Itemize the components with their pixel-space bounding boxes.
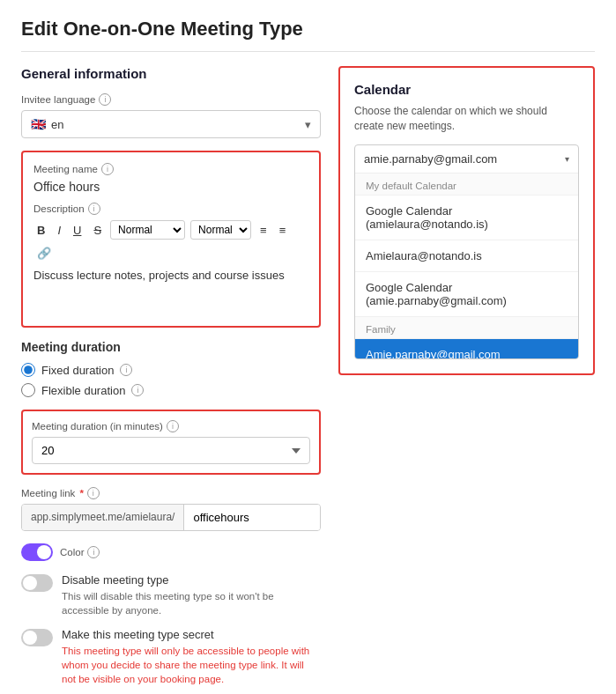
toggle-section: Disable meeting type This will disable t… <box>21 573 321 686</box>
calendar-option-4[interactable]: Amie.parnaby@gmail.com <box>355 339 578 358</box>
fixed-duration-info-icon[interactable]: i <box>120 364 132 376</box>
bold-button[interactable]: B <box>33 222 48 239</box>
disable-meeting-row: Disable meeting type This will disable t… <box>21 573 321 617</box>
calendar-selected-value: amie.parnaby@gmail.com <box>364 152 497 166</box>
calendar-title: Calendar <box>354 82 579 97</box>
ordered-list-button[interactable]: ≡ <box>276 222 290 239</box>
meeting-name-description-section: Meeting name i Description i B I U S Nor… <box>21 151 321 328</box>
duration-minutes-label: Meeting duration (in minutes) i <box>32 420 310 432</box>
calendar-box: Calendar Choose the calendar on which we… <box>338 66 595 375</box>
calendar-group-family: Family <box>355 317 578 339</box>
fixed-duration-radio[interactable] <box>21 363 35 377</box>
invitee-language-field: Invitee language i 🇬🇧 en <box>21 93 321 138</box>
underline-button[interactable]: U <box>70 222 85 239</box>
meeting-link-row: app.simplymeet.me/amielaura/ <box>21 504 321 531</box>
link-button[interactable]: 🔗 <box>33 245 55 262</box>
meeting-name-input[interactable] <box>33 180 308 194</box>
flexible-duration-radio[interactable] <box>21 383 35 397</box>
meeting-name-info-icon[interactable]: i <box>101 163 114 175</box>
format-select-2[interactable]: Normal Large Small <box>190 220 251 240</box>
calendar-option-2[interactable]: Amielaura@notando.is <box>355 240 578 272</box>
calendar-dropdown: My default Calendar Google Calendar (ami… <box>355 174 578 358</box>
format-select-1[interactable]: Normal Heading 1 Heading 2 <box>110 220 185 240</box>
secret-meeting-desc: This meeting type will only be accessibl… <box>62 644 321 686</box>
disable-meeting-desc: This will disable this meeting type so i… <box>62 589 321 617</box>
calendar-option-3[interactable]: Google Calendar (amie.parnaby@gmail.com) <box>355 272 578 317</box>
duration-minutes-select[interactable]: 20 15 30 45 60 <box>32 437 310 464</box>
flexible-duration-option[interactable]: Flexible duration i <box>21 383 321 397</box>
color-toggle[interactable] <box>21 543 53 561</box>
strikethrough-button[interactable]: S <box>90 222 105 239</box>
description-info-icon[interactable]: i <box>88 203 100 215</box>
general-section-title: General information <box>21 66 321 81</box>
page-title: Edit One-on-One Meeting Type <box>21 18 595 52</box>
color-section: Color i <box>21 543 321 561</box>
meeting-link-section: Meeting link * i app.simplymeet.me/amiel… <box>21 487 321 531</box>
invitee-language-label: Invitee language i <box>21 93 321 106</box>
secret-meeting-toggle[interactable] <box>21 629 53 646</box>
meeting-duration-title: Meeting duration <box>21 340 321 354</box>
description-label: Description i <box>33 203 308 215</box>
duration-radio-group: Fixed duration i Flexible duration i <box>21 363 321 397</box>
calendar-select-header[interactable]: amie.parnaby@gmail.com ▾ <box>355 145 578 174</box>
description-toolbar: B I U S Normal Heading 1 Heading 2 Norma… <box>33 220 308 262</box>
calendar-option-1[interactable]: Google Calendar (amielaura@notando.is) <box>355 196 578 240</box>
color-info-icon[interactable]: i <box>87 546 100 558</box>
calendar-desc: Choose the calendar on which we should c… <box>354 104 579 134</box>
duration-minutes-info-icon[interactable]: i <box>167 420 179 432</box>
flexible-duration-info-icon[interactable]: i <box>131 384 144 396</box>
disable-meeting-toggle[interactable] <box>21 574 53 592</box>
language-select[interactable]: 🇬🇧 en <box>21 110 321 138</box>
secret-meeting-row: Make this meeting type secret This meeti… <box>21 628 321 686</box>
calendar-group-my-default: My default Calendar <box>355 174 578 196</box>
calendar-select-wrap[interactable]: amie.parnaby@gmail.com ▾ My default Cale… <box>354 144 579 359</box>
disable-meeting-title: Disable meeting type <box>62 573 321 587</box>
invitee-language-info-icon[interactable]: i <box>99 93 111 106</box>
meeting-link-input[interactable] <box>184 505 321 530</box>
calendar-section: Calendar Choose the calendar on which we… <box>338 66 595 375</box>
unordered-list-button[interactable]: ≡ <box>256 222 271 239</box>
calendar-chevron-icon: ▾ <box>565 154 569 164</box>
meeting-name-label: Meeting name i <box>33 163 308 175</box>
meeting-link-info-icon[interactable]: i <box>87 487 100 499</box>
secret-meeting-title: Make this meeting type secret <box>62 628 321 641</box>
language-value: en <box>51 118 63 131</box>
meeting-link-base-url: app.simplymeet.me/amielaura/ <box>22 505 184 530</box>
language-flag: 🇬🇧 <box>31 117 46 131</box>
meeting-link-label: Meeting link * i <box>21 487 321 499</box>
italic-button[interactable]: I <box>54 222 64 239</box>
general-info-section: General information Invitee language i 🇬… <box>21 66 321 694</box>
duration-minutes-section: Meeting duration (in minutes) i 20 15 30… <box>21 410 321 475</box>
description-textarea[interactable]: Discuss lecture notes, projects and cour… <box>33 269 308 313</box>
fixed-duration-option[interactable]: Fixed duration i <box>21 363 321 377</box>
